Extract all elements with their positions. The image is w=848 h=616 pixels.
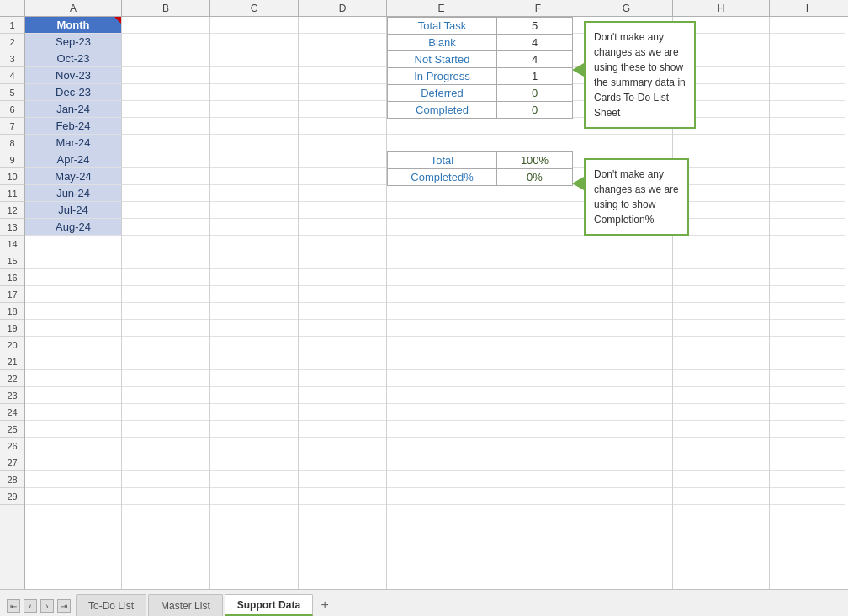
cell-c5[interactable] [210, 84, 298, 101]
cell-b10[interactable] [122, 168, 209, 185]
cell-b2[interactable] [122, 34, 209, 50]
cell-f19[interactable] [496, 320, 580, 337]
cell-a6[interactable]: Jan-24 [25, 101, 121, 118]
col-header-a[interactable]: A [25, 0, 122, 16]
tab-nav-right-right[interactable]: ⇥ [57, 599, 71, 613]
cell-h27[interactable] [673, 454, 769, 471]
cell-d19[interactable] [299, 320, 386, 337]
cell-e25[interactable] [387, 421, 496, 438]
cell-f28[interactable] [496, 471, 580, 488]
cell-b20[interactable] [122, 337, 209, 353]
cell-i23[interactable] [770, 387, 845, 404]
cell-a29[interactable] [25, 488, 121, 505]
cell-i12[interactable] [770, 202, 845, 219]
cell-c1[interactable] [210, 17, 298, 34]
cell-b27[interactable] [122, 454, 209, 471]
cell-i18[interactable] [770, 303, 845, 320]
cell-c25[interactable] [210, 421, 298, 438]
cell-c23[interactable] [210, 387, 298, 404]
tab-nav-left[interactable]: ‹ [24, 599, 37, 613]
cell-a19[interactable] [25, 320, 121, 337]
cell-i20[interactable] [770, 337, 845, 353]
cell-c6[interactable] [210, 101, 298, 118]
cell-d28[interactable] [299, 471, 386, 488]
cell-h11[interactable] [673, 185, 769, 202]
cell-e24[interactable] [387, 404, 496, 421]
cell-a26[interactable] [25, 438, 121, 454]
cell-a5[interactable]: Dec-23 [25, 84, 121, 101]
cell-h15[interactable] [673, 252, 769, 269]
cell-g23[interactable] [580, 387, 672, 404]
cell-h21[interactable] [673, 353, 769, 370]
col-header-d[interactable]: D [299, 0, 387, 16]
cell-c8[interactable] [210, 135, 298, 151]
cell-f27[interactable] [496, 454, 580, 471]
cell-a23[interactable] [25, 387, 121, 404]
cell-h19[interactable] [673, 320, 769, 337]
cell-i22[interactable] [770, 370, 845, 387]
cell-i26[interactable] [770, 438, 845, 454]
cell-b3[interactable] [122, 50, 209, 67]
cell-d16[interactable] [299, 269, 386, 286]
tab-nav-left-left[interactable]: ⇤ [7, 599, 20, 613]
cell-b18[interactable] [122, 303, 209, 320]
cell-i9[interactable] [770, 151, 845, 168]
cell-f22[interactable] [496, 370, 580, 387]
cell-b29[interactable] [122, 488, 209, 505]
cell-c22[interactable] [210, 370, 298, 387]
cell-e27[interactable] [387, 454, 496, 471]
cell-b1[interactable] [122, 17, 209, 34]
cell-i21[interactable] [770, 353, 845, 370]
cell-h9[interactable] [673, 151, 769, 168]
cell-e2[interactable] [387, 34, 496, 50]
cell-e11[interactable] [387, 185, 496, 202]
cell-a12[interactable]: Jul-24 [25, 202, 121, 219]
cell-c21[interactable] [210, 353, 298, 370]
cell-f9[interactable] [496, 151, 580, 168]
cell-d26[interactable] [299, 438, 386, 454]
cell-g18[interactable] [580, 303, 672, 320]
cell-d6[interactable] [299, 101, 386, 118]
cell-a3[interactable]: Oct-23 [25, 50, 121, 67]
cell-g15[interactable] [580, 252, 672, 269]
cell-f15[interactable] [496, 252, 580, 269]
cell-b8[interactable] [122, 135, 209, 151]
cell-g11[interactable] [580, 185, 672, 202]
cell-b6[interactable] [122, 101, 209, 118]
cell-i10[interactable] [770, 168, 845, 185]
cell-g9[interactable] [580, 151, 672, 168]
cell-f26[interactable] [496, 438, 580, 454]
cell-f29[interactable] [496, 488, 580, 505]
cell-b24[interactable] [122, 404, 209, 421]
cell-h26[interactable] [673, 438, 769, 454]
cell-c14[interactable] [210, 236, 298, 252]
col-header-h[interactable]: H [673, 0, 770, 16]
cell-c19[interactable] [210, 320, 298, 337]
cell-f21[interactable] [496, 353, 580, 370]
cell-b5[interactable] [122, 84, 209, 101]
col-header-g[interactable]: G [580, 0, 673, 16]
cell-a10[interactable]: May-24 [25, 168, 121, 185]
cell-i13[interactable] [770, 219, 845, 236]
cell-d3[interactable] [299, 50, 386, 67]
cell-b9[interactable] [122, 151, 209, 168]
cell-f5[interactable] [496, 84, 580, 101]
cell-h24[interactable] [673, 404, 769, 421]
cell-c4[interactable] [210, 67, 298, 84]
cell-d29[interactable] [299, 488, 386, 505]
cell-g2[interactable] [580, 34, 672, 50]
cell-e4[interactable] [387, 67, 496, 84]
cell-e16[interactable] [387, 269, 496, 286]
cell-h14[interactable] [673, 236, 769, 252]
cell-a9[interactable]: Apr-24 [25, 151, 121, 168]
cell-b15[interactable] [122, 252, 209, 269]
cell-f10[interactable] [496, 168, 580, 185]
cell-g16[interactable] [580, 269, 672, 286]
cell-h4[interactable] [673, 67, 769, 84]
cell-g26[interactable] [580, 438, 672, 454]
cell-a24[interactable] [25, 404, 121, 421]
cell-i2[interactable] [770, 34, 845, 50]
cell-c10[interactable] [210, 168, 298, 185]
cell-h6[interactable] [673, 101, 769, 118]
cell-g27[interactable] [580, 454, 672, 471]
